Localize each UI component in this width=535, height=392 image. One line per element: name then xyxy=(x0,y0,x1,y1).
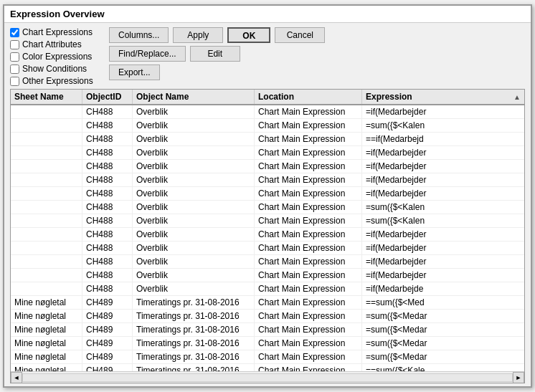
expression-table: Sheet Name ObjectID Object Name Location… xyxy=(10,89,525,383)
table-row[interactable]: CH488OverblikChart Main Expression=if(Me… xyxy=(11,242,524,255)
table-row[interactable]: CH488OverblikChart Main Expression=if(Me… xyxy=(11,173,524,187)
cell-object_id: CH488 xyxy=(82,133,133,145)
cell-object_id: CH488 xyxy=(82,242,133,254)
cell-expression: =if(Medarbejder xyxy=(362,269,524,282)
cell-expression: =if(Medarbejde xyxy=(362,282,524,295)
cb-chart-expr-label[interactable]: Chart Expressions xyxy=(22,27,93,37)
horizontal-scrollbar[interactable]: ◄ ► xyxy=(11,371,524,383)
table-row[interactable]: CH488OverblikChart Main Expression=if(Me… xyxy=(11,105,524,119)
cell-expression: =if(Medarbejder xyxy=(362,146,524,159)
table-row[interactable]: CH488OverblikChart Main Expression=if(Me… xyxy=(11,187,524,201)
col-object-name: Object Name xyxy=(133,90,255,104)
cell-object_id: CH488 xyxy=(82,228,133,241)
cell-location: Chart Main Expression xyxy=(255,242,362,254)
cb-color-expr-label[interactable]: Color Expressions xyxy=(22,52,92,62)
table-row[interactable]: CH488OverblikChart Main Expression=if(Me… xyxy=(11,282,524,296)
table-row[interactable]: CH488OverblikChart Main Expression=if(Me… xyxy=(11,160,524,173)
checkbox-row-cb-show-cond: Show Conditions xyxy=(10,64,103,74)
cb-chart-expr-checkbox[interactable] xyxy=(10,28,19,37)
cell-location: Chart Main Expression xyxy=(255,146,362,159)
cell-object_name: Overblik xyxy=(133,255,255,268)
buttons-row-2: Find/Replace... Edit xyxy=(109,46,325,62)
export-button[interactable]: Export... xyxy=(109,64,160,80)
cell-sheet xyxy=(11,228,82,241)
checkbox-row-cb-chart-attr: Chart Attributes xyxy=(10,39,103,49)
table-row[interactable]: Mine nøgletalCH489Timeratings pr. 31-08-… xyxy=(11,296,524,310)
cell-object_name: Timeratings pr. 31-08-2016 xyxy=(133,310,255,322)
columns-button[interactable]: Columns... xyxy=(109,27,169,43)
col-object-id: ObjectID xyxy=(82,90,133,104)
cb-chart-attr-checkbox[interactable] xyxy=(10,40,19,49)
cell-expression: =if(Medarbejder xyxy=(362,173,524,186)
cb-other-expr-label[interactable]: Other Expressions xyxy=(22,76,93,86)
ok-button[interactable]: OK xyxy=(227,27,270,43)
scroll-right-btn[interactable]: ► xyxy=(513,372,524,383)
cell-object_name: Overblik xyxy=(133,119,255,132)
cell-location: Chart Main Expression xyxy=(255,133,362,145)
table-row[interactable]: CH488OverblikChart Main Expression=if(Me… xyxy=(11,146,524,160)
cell-sheet xyxy=(11,242,82,254)
cell-expression: =sum({$<Kalen xyxy=(362,214,524,227)
cell-sheet xyxy=(11,214,82,227)
cell-sheet: Mine nøgletal xyxy=(11,323,82,336)
table-header: Sheet Name ObjectID Object Name Location… xyxy=(11,90,524,105)
cell-expression: =sum({$<Kalen xyxy=(362,201,524,214)
cell-sheet xyxy=(11,282,82,295)
cell-object_name: Timeratings pr. 31-08-2016 xyxy=(133,323,255,336)
cell-location: Chart Main Expression xyxy=(255,105,362,118)
find-replace-button[interactable]: Find/Replace... xyxy=(109,46,186,62)
cell-expression: =sum({$<Medar xyxy=(362,310,524,322)
cell-location: Chart Main Expression xyxy=(255,310,362,322)
cell-sheet xyxy=(11,119,82,132)
cb-show-cond-label[interactable]: Show Conditions xyxy=(22,64,87,74)
table-body[interactable]: CH488OverblikChart Main Expression=if(Me… xyxy=(11,105,524,371)
cell-object_id: CH488 xyxy=(82,173,133,186)
scroll-track[interactable] xyxy=(22,373,513,382)
buttons-row-1: Columns... Apply OK Cancel xyxy=(109,27,325,43)
cell-location: Chart Main Expression xyxy=(255,255,362,268)
table-row[interactable]: CH488OverblikChart Main Expression=if(Me… xyxy=(11,269,524,282)
table-row[interactable]: CH488OverblikChart Main Expression=sum({… xyxy=(11,201,524,214)
buttons-row-3: Export... xyxy=(109,64,325,80)
expression-overview-dialog: Expression Overview Chart ExpressionsCha… xyxy=(3,4,532,388)
table-row[interactable]: Mine nøgletalCH489Timeratings pr. 31-08-… xyxy=(11,310,524,323)
cell-sheet xyxy=(11,160,82,173)
table-row[interactable]: Mine nøgletalCH489Timeratings pr. 31-08-… xyxy=(11,337,524,350)
table-row[interactable]: CH488OverblikChart Main Expression=if(Me… xyxy=(11,255,524,269)
cell-sheet: Mine nøgletal xyxy=(11,296,82,309)
cell-object_id: CH488 xyxy=(82,282,133,295)
cell-object_id: CH488 xyxy=(82,119,133,132)
cb-chart-attr-label[interactable]: Chart Attributes xyxy=(22,39,82,49)
cell-sheet: Mine nøgletal xyxy=(11,364,82,371)
cell-object_name: Overblik xyxy=(133,201,255,214)
apply-button[interactable]: Apply xyxy=(173,27,223,43)
cell-location: Chart Main Expression xyxy=(255,337,362,350)
table-row[interactable]: CH488OverblikChart Main Expression=if(Me… xyxy=(11,228,524,242)
table-row[interactable]: Mine nøgletalCH489Timeratings pr. 31-08-… xyxy=(11,323,524,337)
cb-other-expr-checkbox[interactable] xyxy=(10,77,19,86)
cancel-button[interactable]: Cancel xyxy=(275,27,325,43)
top-section: Chart ExpressionsChart AttributesColor E… xyxy=(4,23,531,89)
cell-object_name: Overblik xyxy=(133,173,255,186)
table-row[interactable]: Mine nøgletalCH489Timeratings pr. 31-08-… xyxy=(11,364,524,371)
cell-object_name: Overblik xyxy=(133,282,255,295)
cell-object_id: CH489 xyxy=(82,364,133,371)
table-row[interactable]: CH488OverblikChart Main Expression==if(M… xyxy=(11,133,524,146)
cell-object_id: CH488 xyxy=(82,201,133,214)
cell-object_name: Timeratings pr. 31-08-2016 xyxy=(133,296,255,309)
table-row[interactable]: Mine nøgletalCH489Timeratings pr. 31-08-… xyxy=(11,350,524,364)
cell-sheet: Mine nøgletal xyxy=(11,310,82,322)
table-row[interactable]: CH488OverblikChart Main Expression=sum({… xyxy=(11,119,524,133)
cell-sheet xyxy=(11,187,82,200)
cell-sheet xyxy=(11,146,82,159)
table-row[interactable]: CH488OverblikChart Main Expression=sum({… xyxy=(11,214,524,228)
cell-location: Chart Main Expression xyxy=(255,323,362,336)
cell-location: Chart Main Expression xyxy=(255,269,362,282)
cell-sheet xyxy=(11,201,82,214)
cell-expression: ==if(Medarbejd xyxy=(362,133,524,145)
edit-button[interactable]: Edit xyxy=(190,46,240,62)
cell-sheet xyxy=(11,133,82,145)
cb-show-cond-checkbox[interactable] xyxy=(10,64,19,74)
cb-color-expr-checkbox[interactable] xyxy=(10,52,19,62)
scroll-left-btn[interactable]: ◄ xyxy=(11,372,22,383)
